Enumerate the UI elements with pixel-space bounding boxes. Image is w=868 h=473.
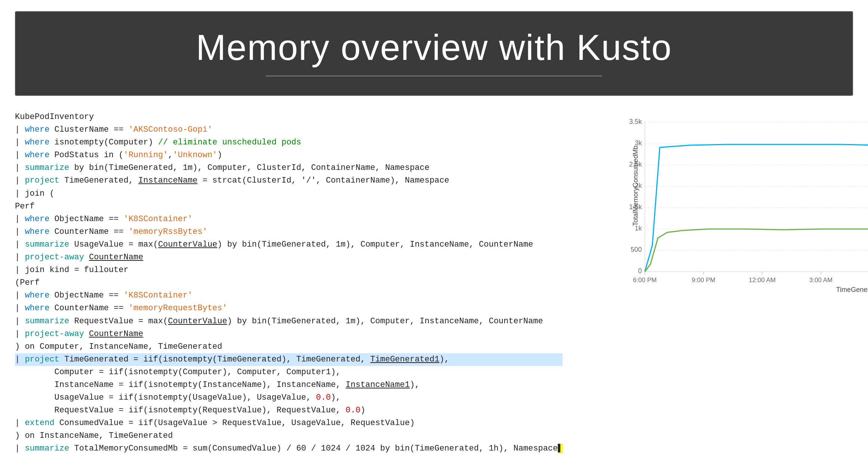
code-line-22: InstanceName = iif(isnotempty(InstanceNa… — [15, 379, 563, 391]
code-line-14: (Perf — [15, 277, 563, 289]
code-line-10: | where CounterName == 'memoryRssBytes' — [15, 226, 563, 238]
svg-text:12:00 AM: 12:00 AM — [749, 277, 776, 284]
code-line-19: ) on Computer, InstanceName, TimeGenerat… — [15, 341, 563, 353]
page-title: Memory overview with Kusto — [23, 27, 845, 68]
header-underline — [266, 76, 602, 76]
code-line-23: UsageValue = iif(isnotempty(UsageValue),… — [15, 391, 563, 404]
code-line-1: KubePodInventory — [15, 111, 563, 123]
svg-text:0: 0 — [638, 267, 642, 275]
code-line-21: Computer = iif(isnotempty(Computer), Com… — [15, 366, 563, 379]
code-line-17: | summarize RequestValue = max(CounterVa… — [15, 315, 563, 328]
chart-svg: 0 500 1k 1.5k 2k 2.5k 3k 3.5k 6:00 PM 9:… — [615, 115, 868, 294]
code-line-18: | project-away CounterName — [15, 328, 563, 341]
code-line-2: | where ClusterName == 'AKSContoso-Gopi' — [15, 123, 563, 136]
code-line-27: | summarize TotalMemoryConsumedMb = sum(… — [15, 442, 563, 455]
code-line-13: | join kind = fullouter — [15, 264, 563, 277]
main-content: KubePodInventory | where ClusterName == … — [0, 111, 868, 455]
header-section: Memory overview with Kusto — [15, 11, 853, 96]
code-line-7: | join ( — [15, 187, 563, 200]
code-line-4: | where PodStatus in ('Running','Unknown… — [15, 149, 563, 162]
code-line-24: RequestValue = iif(isnotempty(RequestVal… — [15, 404, 563, 417]
svg-text:TimeGenerated [UTC]: TimeGenerated [UTC] — [836, 286, 868, 293]
svg-text:6:00 PM: 6:00 PM — [633, 277, 657, 284]
code-line-5: | summarize by bin(TimeGenerated, 1m), C… — [15, 162, 563, 174]
code-line-11: | summarize UsageValue = max(CounterValu… — [15, 238, 563, 251]
svg-text:3:00 AM: 3:00 AM — [809, 277, 832, 284]
code-line-16: | where CounterName == 'memoryRequestByt… — [15, 302, 563, 315]
svg-text:3.5k: 3.5k — [629, 118, 642, 125]
code-line-12: | project-away CounterName — [15, 251, 563, 264]
code-line-3: | where isnotempty(Computer) // eliminat… — [15, 136, 563, 149]
code-line-8: Perf — [15, 200, 563, 213]
y-axis-label: TotalMemoryConsumedMb — [632, 146, 640, 226]
code-line-26: ) on InstanceName, TimeGenerated — [15, 430, 563, 442]
code-section: KubePodInventory | where ClusterName == … — [15, 111, 570, 455]
code-line-20: | project TimeGenerated = iif(isnotempty… — [15, 353, 563, 366]
code-line-25: | extend ConsumedValue = iif(UsageValue … — [15, 417, 563, 430]
svg-text:9:00 PM: 9:00 PM — [692, 277, 715, 284]
code-line-15: | where ObjectName == 'K8SContainer' — [15, 289, 563, 302]
chart-section: LegendO default kube-system TotalMemoryC… — [592, 111, 868, 455]
svg-text:500: 500 — [631, 246, 642, 253]
code-line-9: | where ObjectName == 'K8SContainer' — [15, 213, 563, 226]
code-line-6: | project TimeGenerated, InstanceName = … — [15, 174, 563, 187]
